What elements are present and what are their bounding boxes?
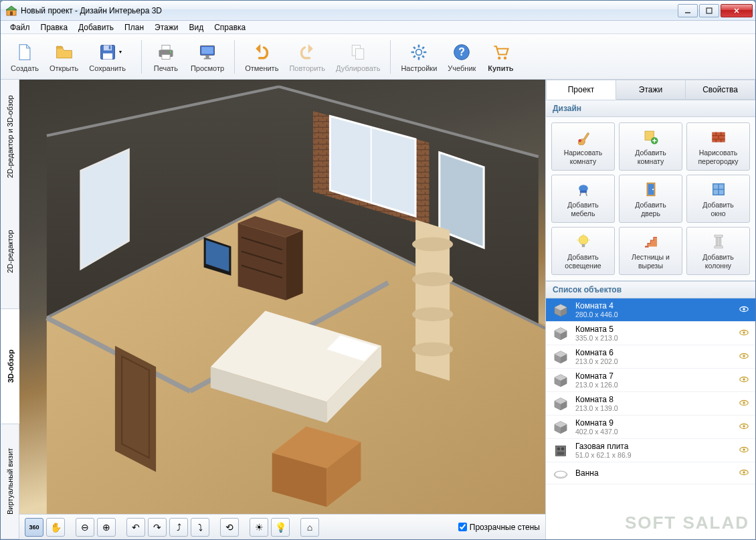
svg-point-67 <box>412 307 453 321</box>
visibility-icon[interactable] <box>739 306 750 314</box>
view-tiltU-button[interactable]: ⤴ <box>169 518 188 537</box>
settings-button[interactable]: Настройки <box>396 37 442 76</box>
separator <box>390 40 391 74</box>
adddoor-button[interactable]: Добавитьдверь <box>619 175 682 223</box>
brick-icon <box>708 128 729 147</box>
transparent-walls-checkbox[interactable]: Прозрачные стены <box>458 523 540 532</box>
help-button[interactable]: ?Учебник <box>443 37 480 76</box>
object-item[interactable]: Газовая плита51.0 x 62.1 x 86.9 <box>546 439 755 462</box>
addroom-button[interactable]: Добавитькомнату <box>619 122 682 171</box>
sidetab-2d[interactable]: 2D-редактор <box>1 194 19 309</box>
dropdown-arrow-icon: ▾ <box>119 49 122 55</box>
object-item[interactable]: Комната 4280.0 x 446.0 <box>546 298 755 322</box>
minimize-button[interactable] <box>678 4 698 17</box>
room-icon <box>551 302 570 318</box>
object-item[interactable]: Комната 7213.0 x 126.0 <box>546 369 755 392</box>
view-zoomout-button[interactable]: ⊖ <box>76 518 94 537</box>
svg-rect-10 <box>108 46 110 49</box>
drawwall-button[interactable]: Нарисоватьперегородку <box>686 122 750 171</box>
view-pan-button[interactable]: ✋ <box>46 518 65 537</box>
tab-props[interactable]: Свойства <box>686 80 755 100</box>
view-rotR-button[interactable]: ↷ <box>148 518 167 537</box>
room-icon <box>551 372 570 388</box>
svg-line-29 <box>413 56 415 58</box>
menu-этажи[interactable]: Этажи <box>149 21 183 33</box>
svg-point-65 <box>412 238 453 252</box>
disk-icon <box>97 41 118 63</box>
view-rotL-button[interactable]: ↶ <box>126 518 145 537</box>
preview-button[interactable]: Просмотр <box>186 37 229 76</box>
visibility-icon[interactable] <box>739 469 750 477</box>
drawroom-button[interactable]: Нарисоватькомнату <box>551 122 615 171</box>
menu-вид[interactable]: Вид <box>183 21 209 33</box>
menu-файл[interactable]: Файл <box>5 21 35 33</box>
visibility-icon[interactable] <box>739 329 750 337</box>
svg-point-150 <box>556 472 566 477</box>
menu-правка[interactable]: Правка <box>35 21 74 33</box>
svg-point-74 <box>578 139 581 143</box>
view-home-button[interactable]: ⌂ <box>300 518 319 537</box>
visibility-icon[interactable] <box>739 446 750 454</box>
view-bulb-button[interactable]: 💡 <box>271 518 290 537</box>
objectlist-header: Список объектов <box>546 281 755 298</box>
addcol-button[interactable]: Добавитьколонну <box>686 227 750 275</box>
app-window: Новый проект - Дизайн Интерьера 3D ФайлП… <box>0 0 756 540</box>
brush-icon <box>573 128 594 147</box>
addlight-button[interactable]: Добавитьосвещение <box>551 227 615 275</box>
redo-button: Повторить <box>284 37 330 76</box>
visibility-icon[interactable] <box>739 353 750 361</box>
svg-rect-17 <box>205 56 209 58</box>
undo-button[interactable]: Отменить <box>240 37 283 76</box>
create-button[interactable]: Создать <box>6 37 43 76</box>
sidetab-3d[interactable]: 3D-обзор <box>1 309 19 424</box>
titlebar: Новый проект - Дизайн Интерьера 3D <box>1 1 755 21</box>
object-item[interactable]: Комната 6213.0 x 202.0 <box>546 345 755 369</box>
save-button[interactable]: Сохранить▾ <box>84 37 136 76</box>
window-icon <box>708 180 729 199</box>
viewport-toolbar: 360✋⊖⊕↶↷⤴⤵⟲☀💡⌂Прозрачные стены <box>19 514 545 539</box>
object-item[interactable]: Комната 5335.0 x 213.0 <box>546 322 755 345</box>
buy-button[interactable]: Купить <box>482 37 519 76</box>
help-icon: ? <box>451 41 472 63</box>
view-sun-button[interactable]: ☀ <box>250 518 268 537</box>
menu-добавить[interactable]: Добавить <box>73 21 119 33</box>
visibility-icon[interactable] <box>739 399 750 408</box>
addwin-button[interactable]: Добавитьокно <box>686 175 750 223</box>
sidetab-both[interactable]: 2D-редактор и 3D-обзор <box>1 80 19 194</box>
svg-point-142 <box>743 425 745 428</box>
sidetab-vr[interactable]: Виртуальный визит <box>1 424 19 539</box>
window-title: Новый проект - Дизайн Интерьера 3D <box>21 6 676 15</box>
stairs-button[interactable]: Лестницы ивырезы <box>619 227 682 275</box>
menu-справка[interactable]: Справка <box>209 21 251 33</box>
svg-point-97 <box>579 236 588 245</box>
print-button[interactable]: Печать <box>147 37 185 76</box>
svg-line-90 <box>585 193 587 197</box>
visibility-icon[interactable] <box>739 423 750 431</box>
visibility-icon[interactable] <box>739 376 750 384</box>
3d-viewport[interactable] <box>19 80 545 514</box>
view-360-button[interactable]: 360 <box>25 518 43 537</box>
svg-rect-13 <box>162 54 170 59</box>
svg-marker-1 <box>6 6 17 10</box>
object-item[interactable]: Комната 9402.0 x 437.0 <box>546 416 755 439</box>
object-item[interactable]: Комната 8213.0 x 139.0 <box>546 392 755 416</box>
undo-icon <box>251 41 272 63</box>
view-orbit-button[interactable]: ⟲ <box>220 518 239 537</box>
open-button[interactable]: Открыть <box>45 37 83 76</box>
tab-floors[interactable]: Этажи <box>616 80 686 100</box>
svg-point-68 <box>412 343 453 357</box>
maximize-button[interactable] <box>699 4 719 17</box>
view-zoomin-button[interactable]: ⊕ <box>97 518 116 537</box>
door-icon <box>640 180 662 199</box>
svg-rect-98 <box>581 244 585 248</box>
menu-план[interactable]: План <box>119 21 149 33</box>
object-item[interactable]: Ванна <box>546 462 755 484</box>
viewport-wrap: 360✋⊖⊕↶↷⤴⤵⟲☀💡⌂Прозрачные стены <box>19 80 546 539</box>
addfurn-button[interactable]: Добавитьмебель <box>551 175 615 223</box>
tab-project[interactable]: Проект <box>546 80 616 100</box>
close-button[interactable] <box>721 4 753 17</box>
object-list[interactable]: Комната 4280.0 x 446.0Комната 5335.0 x 2… <box>546 298 755 539</box>
view-tiltD-button[interactable]: ⤵ <box>191 518 209 537</box>
bulb-icon <box>573 232 594 251</box>
bath-icon <box>551 465 570 481</box>
